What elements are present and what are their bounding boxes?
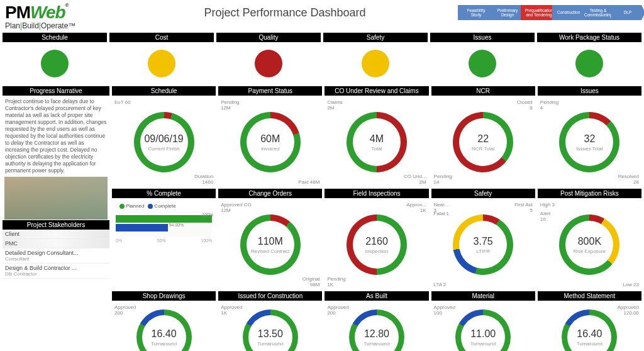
donut-label: Approv...1K [406, 202, 426, 213]
donut-ncr[interactable]: 22NCR TotalClosed8Pending14 [431, 97, 535, 187]
stakeholder-row[interactable]: Client [3, 230, 109, 239]
left-column: Project continue to face delays due to C… [3, 97, 109, 351]
phase-4[interactable]: Testing & Commissioning [580, 5, 614, 20]
donut-label: Approved200 [114, 304, 136, 316]
status-hdr-5: Work Package Status [537, 33, 641, 42]
logo: PMWeb® Plan|Build|Operate™ [5, 3, 112, 30]
progress-narrative: Project continue to face delays due to C… [3, 97, 109, 176]
status-hdr-3: Safety [323, 33, 428, 42]
status-dot-2 [216, 43, 321, 84]
status-hdr-1: Cost [109, 33, 214, 42]
r1-hdr-2: CO Under Review and Claims [325, 86, 428, 96]
donut-label: Fatal 1 [434, 211, 449, 216]
status-indicator-icon [575, 50, 603, 77]
donut-label: Pending14 [434, 174, 452, 185]
status-dot-3 [323, 43, 428, 84]
phase-3[interactable]: Construction [552, 5, 582, 20]
status-hdr-4: Issues [430, 33, 535, 42]
donut-label: Pending12M [221, 99, 239, 111]
donut-label: Approved100 [434, 304, 455, 316]
donut-label: Approved CO12M [221, 202, 251, 213]
status-indicator-icon [148, 50, 175, 77]
stakeholder-row[interactable]: Detailed Design Consultant...Consultant [3, 248, 109, 264]
r2-hdr-2: Field Inspections [325, 189, 428, 198]
status-indicator-icon [255, 50, 282, 77]
r2-hdr-4: Post Mitigation Risks [538, 189, 641, 198]
phase-nav: Feasibility StudyPreliminary DesignPrequ… [458, 3, 639, 20]
phase-0[interactable]: Feasibility Study [458, 5, 492, 20]
donut-issues[interactable]: 32Issues TotalPending4Resolved28 [538, 97, 641, 187]
donut-shop[interactable]: 16.40TurnaroundApproved200Submitted [112, 302, 216, 351]
status-hdr-2: Quality [216, 33, 321, 42]
status-dot-5 [537, 43, 641, 84]
r2-hdr-0: % Complete [112, 189, 216, 198]
donut-label: EoT 60 [114, 99, 131, 105]
status-dot-1 [109, 43, 214, 84]
status-indicator-icon [41, 50, 69, 77]
status-indicator-icon [362, 50, 389, 77]
status-indicator-icon [469, 50, 496, 77]
stakeholder-row[interactable]: Design & Build Contractor ...DB Contract… [3, 264, 109, 279]
donut-label: Approved1K [221, 304, 242, 316]
donut-label: Paid 48M [299, 179, 320, 185]
r3-hdr-2: As Built [325, 291, 428, 301]
stakeholder-hdr: Project Stakeholders [3, 220, 109, 230]
r3-hdr-1: Issued for Construction [218, 291, 322, 301]
stakeholder-row[interactable]: PMC [3, 239, 109, 248]
donut-asbuilt[interactable]: 12.80TurnaroundApproved200Submitted [325, 302, 428, 351]
r2-hdr-3: Safety [431, 189, 535, 198]
donut-safety[interactable]: 3.75LTIFRNear...3First Aid5LTA 2Fatal 1 [431, 199, 535, 290]
phase-5[interactable]: DLP [611, 5, 641, 20]
donut-method[interactable]: 16.40TurnaroundApproved120.00Submitted [538, 302, 641, 351]
narr-hdr: Progress Narrative [3, 86, 109, 96]
page-title: Project Performance Dashboard [112, 3, 458, 20]
donut-label: First Aid5 [514, 202, 533, 213]
donut-label: LTA 2 [434, 282, 447, 287]
status-hdr-0: Schedule [3, 33, 107, 42]
donut-change[interactable]: 110MRevised ContractApproved CO12MOrigin… [218, 199, 322, 290]
donut-label: Closed8 [517, 99, 533, 111]
status-dot-4 [430, 43, 535, 84]
r3-hdr-0: Shop Drawings [112, 291, 216, 301]
donut-co[interactable]: 4MTotalClaims2MCO Und...2M [325, 97, 428, 187]
donut-risk[interactable]: 800KRisk ExposureHigh 3Low 23Alert10 [538, 199, 641, 290]
status-dot-0 [3, 43, 107, 84]
r3-hdr-4: Method Statement [538, 291, 641, 301]
donut-field[interactable]: 2160InspectionApprov...1KPending1K [325, 199, 428, 290]
donut-material[interactable]: 11.00TurnaroundApproved100Submitted [431, 302, 535, 351]
r2-hdr-1: Change Orders [218, 189, 322, 198]
donut-payment[interactable]: 60MInvoicedPending12MPaid 48M [218, 97, 322, 187]
r1-hdr-3: NCR [431, 86, 535, 96]
r1-hdr-0: Schedule [112, 86, 216, 96]
donut-label: Approved120.00 [618, 304, 639, 316]
pct-complete-chart[interactable]: PlannedComplete100%54.00%0%50%100% [112, 199, 216, 290]
donut-label: Pending4 [540, 99, 558, 111]
donut-schedule[interactable]: 09/06/19Current FinishEoT 60Duration1460 [112, 97, 216, 187]
r1-hdr-4: Issues [538, 86, 641, 96]
phase-1[interactable]: Preliminary Design [489, 5, 523, 20]
donut-label: Pending1K [327, 276, 345, 287]
project-image [4, 177, 108, 220]
r3-hdr-3: Material [431, 291, 535, 301]
donut-label: Approved200 [327, 304, 348, 316]
donut-label: High 3 [540, 202, 555, 208]
r1-hdr-1: Payment Status [218, 86, 322, 96]
donut-label: Original98M [303, 276, 320, 287]
phase-2[interactable]: Prequalification and Tendering [521, 5, 555, 20]
donut-label: Claims2M [327, 99, 342, 111]
donut-label: Alert10 [540, 211, 550, 222]
donut-label: Low 23 [623, 282, 639, 287]
donut-label: Duration1460 [194, 174, 213, 185]
donut-ifc[interactable]: 13.50TurnaroundApproved1KSubmitted [218, 302, 322, 351]
donut-label: Resolved28 [618, 174, 639, 185]
donut-label: CO Und...2M [404, 174, 426, 185]
